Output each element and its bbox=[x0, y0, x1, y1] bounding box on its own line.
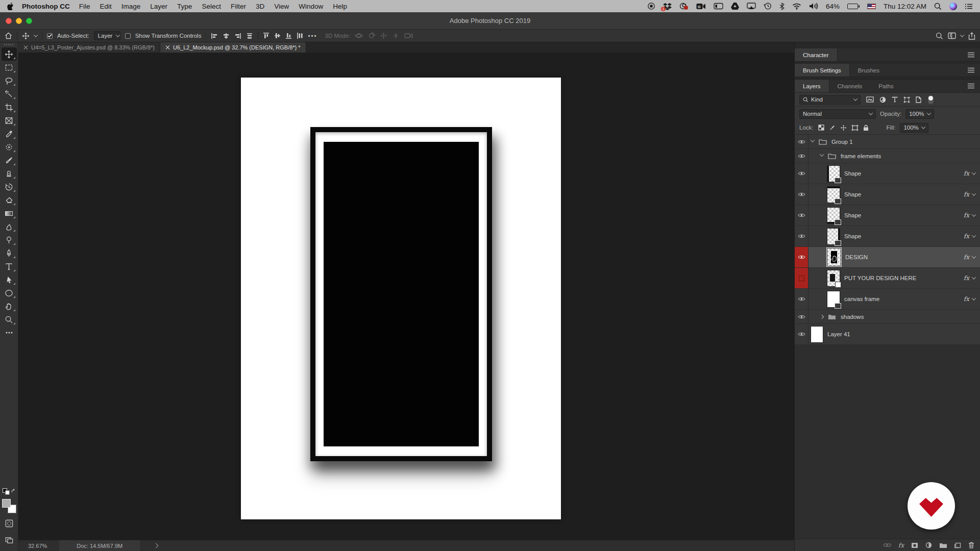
apple-menu-icon[interactable] bbox=[7, 3, 14, 10]
zoom-level[interactable]: 32.67% bbox=[28, 543, 47, 549]
visibility-toggle-hidden[interactable] bbox=[795, 268, 808, 288]
toolbar-grip[interactable] bbox=[4, 44, 14, 45]
collapse-effects-chevron-icon[interactable] bbox=[972, 212, 976, 216]
zoom-tool[interactable] bbox=[2, 313, 17, 326]
tab-character[interactable]: Character bbox=[795, 48, 838, 61]
visibility-toggle[interactable] bbox=[795, 289, 808, 309]
layer-row-put-your-design-here[interactable]: PUT YOUR DESIGN HERE fx bbox=[795, 268, 980, 289]
time-machine-icon[interactable] bbox=[764, 2, 772, 10]
collapse-effects-chevron-icon[interactable] bbox=[972, 275, 976, 279]
move-tool-preset-icon[interactable] bbox=[22, 32, 30, 40]
lock-artboard-icon[interactable] bbox=[851, 124, 859, 131]
close-window-button[interactable] bbox=[6, 18, 12, 24]
collapse-effects-chevron-icon[interactable] bbox=[972, 191, 976, 195]
layer-thumbnail[interactable] bbox=[827, 291, 840, 307]
gradient-tool[interactable] bbox=[2, 207, 17, 220]
layer-effects-badge[interactable]: fx bbox=[964, 233, 969, 240]
layer-thumbnail[interactable] bbox=[827, 270, 840, 286]
layer-row-layer41[interactable]: Layer 41 bbox=[795, 324, 980, 345]
filter-shape-layers-icon[interactable] bbox=[903, 96, 910, 103]
layer-effects-badge[interactable]: fx bbox=[964, 274, 969, 282]
screen-record-icon[interactable] bbox=[647, 2, 655, 10]
google-drive-icon[interactable] bbox=[731, 3, 739, 10]
status-options-chevron-icon[interactable] bbox=[154, 543, 159, 548]
visibility-toggle[interactable] bbox=[795, 184, 808, 205]
show-transform-checkbox[interactable] bbox=[125, 33, 131, 39]
tool-preset-chevron-icon[interactable] bbox=[34, 33, 38, 37]
visibility-toggle[interactable] bbox=[795, 163, 808, 184]
link-layers-icon[interactable] bbox=[883, 543, 891, 547]
bluetooth-icon[interactable] bbox=[779, 3, 785, 10]
opacity-input[interactable]: 100% bbox=[905, 109, 934, 119]
video-camera-icon[interactable]: B bbox=[696, 3, 706, 10]
dropbox-icon[interactable]: 1 bbox=[663, 3, 672, 10]
expand-chevron-icon[interactable] bbox=[820, 152, 824, 156]
auto-select-checkbox[interactable] bbox=[47, 33, 53, 39]
volume-icon[interactable] bbox=[809, 3, 818, 10]
spot-healing-tool[interactable] bbox=[2, 140, 17, 154]
lock-position-icon[interactable] bbox=[840, 124, 847, 131]
foreground-color-swatch[interactable] bbox=[2, 499, 11, 508]
menu-file[interactable]: File bbox=[79, 3, 90, 10]
align-left-edges-icon[interactable] bbox=[211, 33, 218, 39]
path-selection-tool[interactable] bbox=[2, 273, 17, 286]
smudge-tool[interactable] bbox=[2, 220, 17, 233]
tab-paths[interactable]: Paths bbox=[870, 80, 901, 92]
visibility-toggle[interactable] bbox=[795, 135, 808, 148]
document-tab-active[interactable]: U6_L2_Mockup.psd @ 32.7% (DESIGN, RGB/8*… bbox=[160, 42, 306, 53]
poster-frame[interactable] bbox=[310, 127, 492, 461]
sidecar-icon[interactable] bbox=[714, 3, 723, 10]
move-tool[interactable] bbox=[2, 47, 17, 61]
type-tool[interactable] bbox=[2, 260, 17, 273]
tab-layers[interactable]: Layers bbox=[795, 80, 829, 92]
frame-tool[interactable] bbox=[2, 114, 17, 127]
history-brush-tool[interactable] bbox=[2, 180, 17, 193]
document-tab-inactive[interactable]: U4=5_L3_Poster_Ajustes.psd @ 8.33% (RGB/… bbox=[18, 42, 160, 53]
visibility-toggle[interactable] bbox=[795, 310, 808, 323]
layer-row-canvas-frame[interactable]: canvas frame fx bbox=[795, 289, 980, 310]
poster-design-area[interactable] bbox=[324, 142, 479, 446]
edit-toolbar-icon[interactable] bbox=[2, 326, 17, 339]
menu-type[interactable]: Type bbox=[177, 3, 192, 10]
layer-row-shape[interactable]: Shape fx bbox=[795, 226, 980, 247]
layer-row-shape[interactable]: Shape fx bbox=[795, 163, 980, 184]
visibility-toggle[interactable] bbox=[795, 149, 808, 163]
siri-icon[interactable] bbox=[949, 3, 957, 10]
blend-mode-dropdown[interactable]: Normal bbox=[799, 109, 876, 119]
visibility-toggle[interactable] bbox=[795, 226, 808, 246]
share-icon[interactable] bbox=[968, 32, 975, 40]
lock-transparency-icon[interactable] bbox=[818, 124, 824, 131]
add-layer-mask-icon[interactable] bbox=[911, 542, 918, 548]
distribute-horizontal-icon[interactable] bbox=[246, 33, 253, 39]
layer-effects-badge[interactable]: fx bbox=[964, 295, 969, 303]
clone-stamp-tool[interactable] bbox=[2, 167, 17, 180]
menu-3d[interactable]: 3D bbox=[256, 3, 264, 10]
layer-row-shape[interactable]: Shape fx bbox=[795, 184, 980, 205]
layer-row-frame-elements[interactable]: frame elements bbox=[795, 149, 980, 163]
layer-thumbnail[interactable] bbox=[827, 166, 840, 182]
workspace-chevron-icon[interactable] bbox=[960, 33, 964, 37]
distribute-vertical-icon[interactable] bbox=[297, 32, 303, 39]
collapsed-chevron-icon[interactable] bbox=[820, 314, 824, 318]
brush-tool[interactable] bbox=[2, 154, 17, 167]
visibility-toggle[interactable] bbox=[795, 205, 808, 226]
layer-row-shape[interactable]: Shape fx bbox=[795, 205, 980, 226]
align-bottom-edges-icon[interactable] bbox=[285, 32, 292, 39]
filter-adjustment-layers-icon[interactable] bbox=[879, 96, 886, 103]
ellipse-shape-tool[interactable] bbox=[2, 286, 17, 299]
panel-menu-icon[interactable] bbox=[967, 83, 980, 89]
panel-menu-icon[interactable] bbox=[967, 67, 980, 73]
new-layer-icon[interactable] bbox=[954, 542, 961, 548]
workspace-switcher-icon[interactable] bbox=[948, 32, 956, 39]
layer-row-shadows[interactable]: shadows bbox=[795, 310, 980, 324]
tab-brushes[interactable]: Brushes bbox=[850, 64, 888, 77]
fill-input[interactable]: 100% bbox=[900, 123, 928, 133]
search-icon[interactable] bbox=[936, 32, 943, 40]
filter-kind-dropdown[interactable]: Kind bbox=[799, 95, 861, 105]
crop-tool[interactable] bbox=[2, 101, 17, 114]
eraser-tool[interactable] bbox=[2, 193, 17, 207]
zoom-window-button[interactable] bbox=[26, 18, 32, 24]
airplay-icon[interactable] bbox=[747, 3, 756, 10]
align-horizontal-centers-icon[interactable] bbox=[223, 33, 230, 39]
layer-thumbnail[interactable] bbox=[827, 229, 840, 244]
